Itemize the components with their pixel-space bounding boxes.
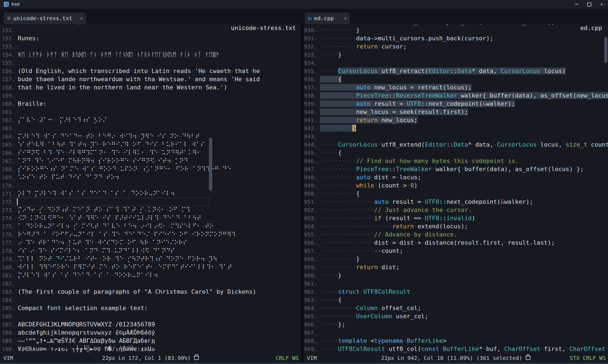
code-line[interactable]: 965.··········UserColumn·user_col; xyxy=(304,312,608,320)
code-line[interactable]: 168.⡎⠊⠗⠕⠕⠛⠑⠰⠎·⠝⠁⠍⠑·⠺⠁⠎·⠛⠕⠕⠙·⠥⠏⠕⠝·⠰⡡⠁⠝⠛⠑⠂… xyxy=(2,165,301,173)
code-line[interactable]: 966.·····}; xyxy=(304,320,608,329)
code-line[interactable]: 934. xyxy=(304,59,608,67)
code-line[interactable]: 930.··········} xyxy=(304,26,608,34)
token: ⡍⠜⠇⠑⠹⠰⠎ xyxy=(59,117,90,123)
code-line[interactable]: 960.·····} xyxy=(304,271,608,280)
code-line[interactable]: 165.⠱⠁⠞⠑⠧⠻·⠁⠃⠳⠞·⠹⠁⠞⠲·⡹⠑·⠗⠑⠛⠊⠌⠻·⠕⠋·⠙⠊⠎·⠃⠥… xyxy=(2,141,301,149)
tab-unicode-stress-txt[interactable]: ≡ unicode-stress.txt ✕ xyxy=(4,13,86,24)
editor-pane-left[interactable]: 150.እግርህን·በፍራሽህ·ልክ·ዘርጋ።151.152.Runes:153… xyxy=(0,24,301,354)
code-line[interactable]: 967. xyxy=(304,329,608,337)
code-line[interactable]: 154.ᚻᛖ·ᚳᚹᚫᚦ·ᚦᚫᛏ·ᚻᛖ·ᛒᚢᛞᛖ·ᚩᚾ·ᚦᚫᛗ·ᛚᚪᚾᛞᛖ·ᚾᚩᚱ… xyxy=(2,51,301,59)
code-line[interactable]: 935.·····CursorLocus·utf8_retract(Editor… xyxy=(304,67,608,75)
pane-divider[interactable] xyxy=(301,24,304,364)
code-line[interactable]: 932.··········return·cursor; xyxy=(304,43,608,51)
code-line[interactable]: 171.⡕⠇⠙·⡍⠜⠇⠑⠹·⠺⠁⠎·⠁⠎·⠙⠑⠁⠙·⠁⠎·⠁·⠙⠕⠕⠗⠤⠝⠁⠊⠇… xyxy=(2,190,301,198)
tab-close-icon[interactable]: ✕ xyxy=(80,16,83,21)
scrollbar-thumb[interactable] xyxy=(604,37,607,63)
code-line[interactable]: 172. xyxy=(2,198,301,206)
code-line[interactable]: 944.·····CursorLocus·utf8_extend(Editor:… xyxy=(304,141,608,149)
tab-ed-cpp[interactable]: ↻ ed.cpp ✕ xyxy=(305,13,350,24)
code-line[interactable]: 163. xyxy=(2,124,301,132)
code-line[interactable]: 159. xyxy=(2,92,301,100)
code-line[interactable]: 186. xyxy=(2,312,301,320)
code-line[interactable]: 173.⡍⠔⠙⠖·⡊·⠙⠕⠝⠰⠞·⠍⠑⠁⠝·⠞⠕·⠎⠁⠹·⠹⠁⠞·⡊·⠅⠝⠪⠂·… xyxy=(2,206,301,214)
horizontal-scrollbar-track[interactable] xyxy=(0,362,608,364)
code-line[interactable]: 953.···············if·(result·==·UTF8::i… xyxy=(304,214,608,222)
code-line[interactable]: 185.Compact·font·selection·example·text: xyxy=(2,304,301,312)
maximize-button[interactable] xyxy=(583,0,595,9)
code-line[interactable]: 959.··········return·dist; xyxy=(304,263,608,271)
code-line[interactable]: 955.···············//·Advance·by·distanc… xyxy=(304,230,608,239)
code-line[interactable]: 164.⡍⠜⠇⠑⠹·⠺⠁⠎·⠙⠑⠁⠙⠒·⠞⠕·⠃⠑⠛⠔·⠺⠊⠹⠲·⡹⠻⠑·⠊⠎·… xyxy=(2,132,301,141)
code-line[interactable]: 170. xyxy=(2,181,301,190)
whitespace-dots: · xyxy=(389,174,392,181)
code-line[interactable]: 937.··········auto·new_locus·=·retract(l… xyxy=(304,83,608,92)
code-line[interactable]: 162.⡌⠁⠧⠑·⠼⠁⠒··⡍⠜⠇⠑⠹⠰⠎·⡣⠕⠌ xyxy=(2,116,301,124)
code-line[interactable]: 947.··········PieceTree::TreeWalker·walk… xyxy=(304,165,608,173)
line-content: ABCDEFGHIJKLMNOPQRSTUVWXYZ·/0123456789 xyxy=(18,320,155,329)
code-line[interactable]: 929.···············data->multi_cursors.p… xyxy=(304,24,608,26)
code-line[interactable]: 157.bude·thaem·lande·northweardum·with·t… xyxy=(2,75,301,83)
token: :: xyxy=(389,92,396,99)
code-line[interactable]: 957.···············--count; xyxy=(304,247,608,255)
code-line[interactable]: 933.·····} xyxy=(304,51,608,59)
code-line[interactable]: 950.··········{ xyxy=(304,190,608,198)
code-line[interactable]: 938.··········PieceTree::ReverseTreeWalk… xyxy=(304,92,608,100)
code-line[interactable]: 156.(Old·English,·which·transcribed·into… xyxy=(2,67,301,75)
code-line[interactable]: 945.·····{ xyxy=(304,149,608,157)
tab-close-icon[interactable]: ✕ xyxy=(344,16,347,21)
code-line[interactable]: 190.∀∂∈ℝ∧∪≡∞·↑↗↨↻⇣·┐┼╔╘░►☺♀·ﬁ�⑀₂ἠḂӥẄɐː⍎א… xyxy=(2,345,301,353)
code-line[interactable]: 969.·····UTF8ColResult·utf8_col(const·Bu… xyxy=(304,345,608,353)
code-line[interactable]: 948.··········auto·dist·=·locus; xyxy=(304,173,608,181)
code-line[interactable]: 155. xyxy=(2,59,301,67)
code-line[interactable]: 189.–—‘“”„†•…‰™œŠŸž€·ΑΒΓΔΩαβγδω·АБВГДабв… xyxy=(2,337,301,345)
code-line[interactable]: 954.····················return·extend(lo… xyxy=(304,222,608,230)
code-line[interactable]: 184. xyxy=(2,296,301,304)
code-line[interactable]: 936.·····{ xyxy=(304,75,608,83)
code-line[interactable]: 940.··········new_locus·=·seek(result.fi… xyxy=(304,108,608,116)
code-line[interactable]: 179.⠩⠁⠇⠇·⠝⠕⠞·⠙⠊⠌⠥⠗⠃·⠊⠞⠂·⠕⠗·⠹⠑·⡊⠳⠝⠞⠗⠹⠰⠎·⠙… xyxy=(2,255,301,263)
code-line[interactable]: 181.⡍⠜⠇⠑⠹·⠺⠁⠎·⠁⠎·⠙⠑⠁⠙·⠁⠎·⠁·⠙⠕⠕⠗⠤⠝⠁⠊⠇⠲ xyxy=(2,271,301,280)
code-line[interactable]: 951.···············auto·result·=·UTF8::n… xyxy=(304,198,608,206)
scrollbar-thumb[interactable] xyxy=(209,138,212,191)
code-line[interactable]: 161. xyxy=(2,108,301,116)
code-line[interactable]: 182. xyxy=(2,280,301,288)
code-line[interactable]: 949.··········while·(count·>·0) xyxy=(304,181,608,190)
code-line[interactable]: 968.·····template·<typename·BufferLike> xyxy=(304,337,608,345)
code-line[interactable]: 939.··········auto·result·=·UTF8::next_c… xyxy=(304,100,608,108)
code-line[interactable]: 942.·········} xyxy=(304,124,608,132)
code-line[interactable]: 187.ABCDEFGHIJKLMNOPQRSTUVWXYZ·/01234567… xyxy=(2,320,301,329)
minimize-button[interactable] xyxy=(570,0,583,9)
code-line[interactable]: 188.abcdefghijklmnopqrstuvwxyz·£©µÀÆÖÞßé… xyxy=(2,329,301,337)
code-line[interactable]: 166.⠎⠊⠛⠝⠫·⠃⠹·⠹⠑·⠊⠇⠻⠛⠹⠍⠁⠝⠂·⠹⠑·⠊⠇⠻⠅⠂·⠹⠑·⠥⠝… xyxy=(2,149,301,157)
lock-icon xyxy=(194,356,199,360)
code-line[interactable]: 153. xyxy=(2,43,301,51)
code-line[interactable]: 961. xyxy=(304,280,608,288)
code-line[interactable]: 175.⠁·⠙⠕⠕⠗⠤⠝⠁⠊⠇⠲·⡊·⠍⠊⠣⠞·⠙⠁⠧⠑·⠃⠑⠲·⠔⠊⠇⠔⠫⠂·… xyxy=(2,222,301,230)
code-line[interactable]: 956.···············dist·=·dist·+·distanc… xyxy=(304,239,608,247)
code-line[interactable]: 158.that·he·lived·in·the·northern·land·n… xyxy=(2,83,301,92)
code-line[interactable]: 931.··········data->multi_cursors.push_b… xyxy=(304,34,608,43)
editor-pane-right[interactable]: 929.···············data->multi_cursors.p… xyxy=(304,24,608,354)
code-line[interactable]: 160.Braille: xyxy=(2,100,301,108)
code-line[interactable]: 167.⠁⠝⠙·⠹⠑·⠡⠊⠑⠋·⠍⠳⠗⠝⠻⠲·⡎⠊⠗⠕⠕⠛⠑·⠎⠊⠛⠝⠫·⠊⠞⠲… xyxy=(2,157,301,165)
token: { xyxy=(356,190,360,197)
code-line[interactable]: 964.··········Column·offset_col; xyxy=(304,304,608,312)
code-line[interactable]: 962.·····struct·UTF8ColResult xyxy=(304,288,608,296)
code-line[interactable]: 941.··········return·new_locus; xyxy=(304,116,608,124)
close-button[interactable]: ✕ xyxy=(595,0,608,9)
code-line[interactable]: 180.⠺⠊⠇⠇·⠹⠻⠑⠋⠕⠗⠑·⠏⠻⠍⠊⠞·⠍⠑·⠞⠕·⠗⠑⠏⠑⠁⠞⠂·⠑⠍⠏… xyxy=(2,263,301,271)
token: ⠊⠎ xyxy=(157,133,166,140)
code-line[interactable]: 943. xyxy=(304,132,608,141)
code-line[interactable]: 177.⠔·⠹⠑·⠞⠗⠁⠙⠑⠲·⡃⠥⠞·⠹⠑·⠺⠊⠎⠙⠕⠍·⠕⠋·⠳⠗·⠁⠝⠊⠑… xyxy=(2,239,301,247)
code-line[interactable]: 958.··········} xyxy=(304,255,608,263)
code-line[interactable]: 174.⠪⠝·⠅⠝⠪⠇⠫⠛⠑⠂·⠱⠁⠞·⠹⠻⠑·⠊⠎·⠏⠜⠞⠊⠊⠥⠇⠜⠇⠹·⠙⠑… xyxy=(2,214,301,222)
code-line[interactable]: 963.·····{ xyxy=(304,296,608,304)
code-line[interactable]: 178.⠊⠎·⠔·⠹⠑·⠎⠊⠍⠊⠇⠑⠆·⠁⠝⠙·⠍⠹·⠥⠝⠙⠁⠇⠇⠪⠫·⠙⠁⠝⠙… xyxy=(2,247,301,255)
code-line[interactable]: 952.···············//·Just·advance·the·c… xyxy=(304,206,608,214)
code-line[interactable]: 176.⠗⠑⠛⠜⠙·⠁·⠊⠕⠋⠋⠔⠤⠝⠁⠊⠇·⠁⠎·⠹⠑·⠙⠑⠁⠙⠑⠌·⠏⠊⠑⠊… xyxy=(2,230,301,239)
code-line[interactable]: 183.(The·first·couple·of·paragraphs·of·"… xyxy=(2,288,301,296)
code-line[interactable]: 152.Runes: xyxy=(2,34,301,43)
code-line[interactable]: 946.··········//·Find·out·how·many·bytes… xyxy=(304,157,608,165)
code-line[interactable]: 169.⠡⠕⠎⠑·⠞⠕·⠏⠥⠞·⠙⠊⠎·⠙⠁⠝⠙·⠞⠕⠲ xyxy=(2,173,301,181)
